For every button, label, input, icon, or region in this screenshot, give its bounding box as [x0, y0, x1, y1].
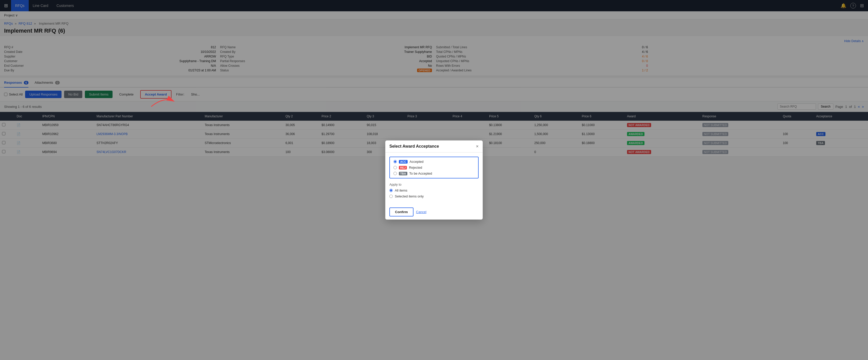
modal-header: Select Award Acceptance ×: [385, 140, 483, 153]
modal-overlay: Select Award Acceptance × ACC Accepted R…: [0, 0, 868, 157]
modal-close-button[interactable]: ×: [476, 144, 478, 149]
modal-title: Select Award Acceptance: [390, 144, 439, 149]
modal-select-award: Select Award Acceptance × ACC Accepted R…: [385, 140, 483, 157]
modal-body: ACC Accepted REJ Rejected TBA To be Acce…: [385, 153, 483, 157]
